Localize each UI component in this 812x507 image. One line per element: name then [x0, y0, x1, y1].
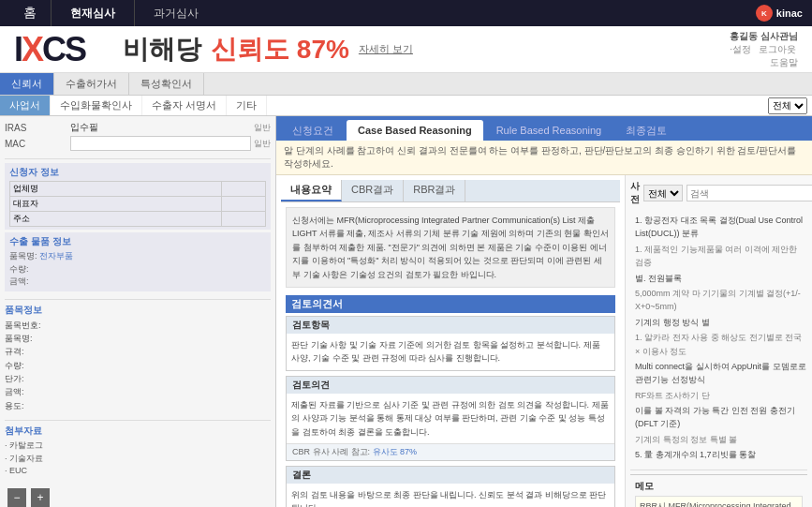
- subnav2-dropdown[interactable]: 전체: [768, 97, 807, 114]
- review-opinion-text: 제출된 자료를 기반으로 심사 기준 및 관련 규정에 의한 검토 의견을 작성…: [291, 398, 610, 439]
- product-row1: 품목명: 전자부품: [9, 250, 266, 263]
- ref-item-9: 이를 볼 자격의 가능 특간 인전 전원 충전기(DFLT 기준): [630, 404, 807, 431]
- search-box: ▶: [687, 185, 812, 201]
- review-conclusion-header: 결론: [287, 467, 614, 484]
- address-value: [222, 212, 266, 227]
- reference-section: 1. 항공전자 대조 목록 결정(Dual Use Control List(D…: [630, 214, 807, 462]
- review-item-section: 검토항목 판단 기술 사항 및 기술 자료 기준에 의거한 검토 항목을 설정하…: [286, 316, 615, 371]
- sidebar-divider: [630, 470, 807, 470]
- content-area: 내용요약 CBR결과 RBR결과 신청서에는 MFR(Microprocessi…: [276, 175, 812, 507]
- summary-section: 신청서에는 MFR(Microprocessing Integrated Par…: [286, 207, 615, 288]
- review-item-text: 판단 기술 사항 및 기술 자료 기준에 의거한 검토 항목을 설정하고 분석합…: [291, 338, 610, 365]
- tab-bar: 신청요건 Case Based Reasoning Rule Based Rea…: [276, 116, 812, 141]
- reference-list: 1. 항공전자 대조 목록 결정(Dual Use Control List(D…: [630, 214, 807, 462]
- attach-title: 첨부자료: [5, 425, 271, 438]
- company-value: [222, 182, 266, 197]
- logo: IXCS: [14, 30, 85, 69]
- content-main: 내용요약 CBR결과 RBR결과 신청서에는 MFR(Microprocessi…: [276, 175, 625, 507]
- search-input[interactable]: [687, 185, 812, 201]
- divider-2: [5, 299, 271, 300]
- review-opinion-section: 검토의견 제출된 자료를 기반으로 심사 기준 및 관련 규정에 의한 검토 의…: [286, 376, 615, 461]
- content-tab-rbr[interactable]: RBR결과: [404, 180, 465, 201]
- memo-title: 메모: [635, 480, 803, 493]
- review-conclusion-text: 위의 검토 내용을 바탕으로 최종 판단을 내립니다. 신뢰도 분석 결과 비해…: [291, 488, 610, 507]
- divider-3: [5, 420, 271, 421]
- item-row3: 규격:: [5, 345, 271, 358]
- alert-bar: 알 단계의 사례를 참고하여 신뢰 결과의 전문를여 하는 여부를 판정하고, …: [276, 141, 812, 175]
- company-label: 업체명: [10, 182, 222, 197]
- ref-item-8: RF와트 조사하기 단: [630, 389, 807, 402]
- attach-list: · 카탈로그 · 기술자료 · EUC: [5, 440, 271, 478]
- zoom-in-button[interactable]: +: [31, 488, 50, 507]
- attach-item3: · EUC: [5, 465, 271, 478]
- logo-cs: CS: [42, 30, 85, 68]
- dictionary-section: 사전 전체 ▶: [630, 180, 807, 206]
- logout-link[interactable]: 로그아웃: [759, 43, 796, 56]
- item-row7: 용도:: [5, 399, 271, 412]
- left-panel: IRAS 입수필 일반 MAC 일반 신청자 정보 업체명: [0, 116, 276, 507]
- subnav2-import[interactable]: 수입화물확인사: [51, 96, 142, 115]
- review-conclusion-body: 위의 검토 내용을 바탕으로 최종 판단을 내립니다. 신뢰도 분석 결과 비해…: [287, 484, 614, 507]
- product-row2: 수량:: [9, 263, 266, 276]
- document-area: 신청서에는 MFR(Microprocessing Integrated Par…: [281, 202, 620, 507]
- subnav2-other[interactable]: 기타: [227, 96, 267, 115]
- mac-input[interactable]: [70, 136, 251, 151]
- subnav-item-spec[interactable]: 특성확인서: [129, 73, 204, 95]
- top-navigation: 홈 현재심사 과거심사 K kinac: [0, 0, 812, 26]
- zoom-out-button[interactable]: −: [7, 488, 26, 507]
- left-panel-content: IRAS 입수필 일반 MAC 일반 신청자 정보 업체명: [0, 116, 275, 507]
- right-sidebar: 사전 전체 ▶ 1. 항공전자 대조 목록 결정(Dual Use Contro…: [625, 175, 812, 507]
- review-opinion-sub: CBR 유사 사례 참고: 유사도 87%: [287, 443, 614, 460]
- header-user-area: 홍길동 심사관님 ·설정 로그아웃 도움말: [730, 30, 798, 69]
- attachment-section: 첨부자료 · 카탈로그 · 기술자료 · EUC: [5, 425, 271, 478]
- tab-rbr[interactable]: Rule Based Reasoning: [485, 120, 613, 141]
- rep-label: 대표자: [10, 197, 222, 212]
- kinac-text: kinac: [776, 7, 803, 19]
- subnav-item-export[interactable]: 수출허가서: [54, 73, 129, 95]
- item-details: 품목번호: 품목명: 규격: 수량: 단가: 금액: 용도:: [5, 319, 271, 413]
- content-tab-cbr[interactable]: CBR결과: [342, 180, 404, 201]
- opinion-section: 검토의견서 검토항목 판단 기술 사항 및 기술 자료 기준에 의거한 검토 항…: [286, 295, 615, 507]
- ref-item-4: 5,000mm 계약 마 기기물의 기계별 결정(+1/-X+0~5mm): [630, 287, 807, 314]
- ref-item-6: 1. 알카라 전자 사용 중 해상도 전기별로 전국 × 이용사 정도: [630, 331, 807, 358]
- header-right-area: K kinac: [756, 5, 803, 22]
- settings-link[interactable]: ·설정: [730, 43, 751, 56]
- home-nav-item[interactable]: 홈: [9, 5, 51, 22]
- item-row2: 품목명:: [5, 332, 271, 345]
- item-info-section: 품목정보 품목번호: 품목명: 규격: 수량: 단가: 금액: 용도:: [5, 304, 271, 413]
- content-tab-summary[interactable]: 내용요약: [281, 180, 342, 201]
- main-header: IXCS 비해당 신뢰도 87% 자세히 보기 홍길동 심사관님 ·설정 로그아…: [0, 26, 812, 73]
- iras-sub: 일반: [254, 122, 271, 134]
- right-panel: 신청요건 Case Based Reasoning Rule Based Rea…: [276, 116, 812, 507]
- result-detail-link[interactable]: 자세히 보기: [359, 42, 413, 56]
- dict-select[interactable]: 전체: [643, 185, 683, 201]
- mac-row: MAC 일반: [5, 136, 271, 151]
- subnav2-business[interactable]: 사업서: [0, 96, 51, 115]
- subnav2-export-sign[interactable]: 수출자 서명서: [142, 96, 227, 115]
- subnav2-select[interactable]: 전체: [768, 97, 807, 114]
- ref-item-7: Multi connect을 실시하여 AppUnit를 모뎀로로 관련기능 선…: [630, 360, 807, 387]
- alert-text: 알 단계의 사례를 참고하여 신뢰 결과의 전문를여 하는 여부를 판정하고, …: [284, 145, 796, 169]
- current-review-nav[interactable]: 현재심사: [51, 0, 134, 26]
- item-title: 품목정보: [5, 304, 271, 317]
- kinac-logo: K kinac: [756, 5, 803, 22]
- attach-item1: · 카탈로그: [5, 440, 271, 453]
- help-link[interactable]: 도움말: [730, 56, 798, 69]
- applicant-table: 업체명 대표자 주소: [9, 181, 266, 227]
- subnav-item-trust[interactable]: 신뢰서: [0, 73, 54, 95]
- memo-content: RBR시 MFR(Microprocessing Integrated Part…: [640, 501, 797, 507]
- logo-x: X: [22, 30, 42, 68]
- ref-item-5: 기계의 행정 방식 별: [630, 316, 807, 329]
- tab-requirements[interactable]: 신청요건: [281, 120, 345, 141]
- applicant-title: 신청자 정보: [9, 166, 266, 179]
- review-conclusion-section: 결론 위의 검토 내용을 바탕으로 최종 판단을 내립니다. 신뢰도 분석 결과…: [286, 466, 615, 507]
- past-review-nav[interactable]: 과거심사: [134, 0, 217, 26]
- tab-final[interactable]: 최종검토: [614, 120, 678, 141]
- result-confidence: 신뢰도 87%: [211, 32, 349, 67]
- product-title: 수출 물품 정보: [9, 235, 266, 248]
- content-tabs: 내용요약 CBR결과 RBR결과: [281, 180, 620, 202]
- application-info: 신청자 정보 업체명 대표자 주소: [5, 163, 271, 291]
- tab-cbr[interactable]: Case Based Reasoning: [347, 120, 483, 141]
- address-label: 주소: [10, 212, 222, 227]
- iras-label: IRAS: [5, 123, 70, 133]
